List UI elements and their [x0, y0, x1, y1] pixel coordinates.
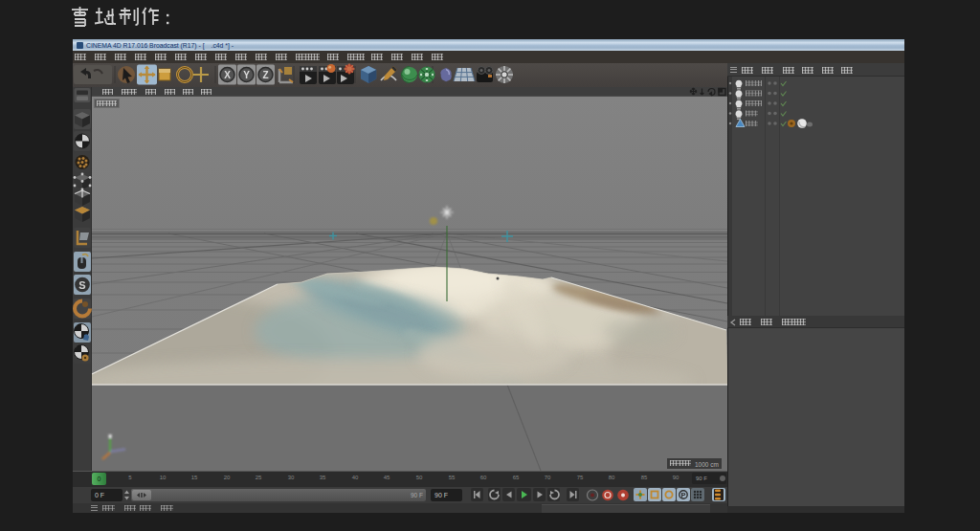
svg-text:Z: Z [262, 70, 268, 80]
svg-text:Y: Y [243, 70, 250, 80]
svg-text:S: S [78, 279, 85, 291]
svg-text:X: X [224, 70, 231, 80]
svg-text:P: P [680, 491, 685, 499]
svg-text:1000 cm: 1000 cm [695, 461, 719, 468]
